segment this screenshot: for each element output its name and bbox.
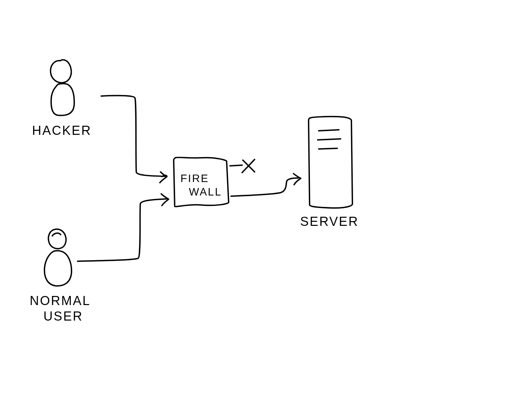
hacker-label: HACKER [32,123,91,139]
arrow-hacker-to-firewall [101,96,167,183]
firewall-label-line2: WALL [189,185,222,198]
normal-user-icon [45,229,71,286]
arrow-firewall-to-server [231,174,301,196]
hacker-icon [51,60,74,115]
server-label: SERVER [300,214,359,230]
server-icon [309,117,352,208]
arrow-blocked [230,159,255,173]
firewall-diagram [0,0,518,420]
normal-user-label: NORMAL USER [30,293,91,324]
arrow-user-to-firewall [78,194,169,261]
firewall-label-line1: FIRE [180,172,209,185]
